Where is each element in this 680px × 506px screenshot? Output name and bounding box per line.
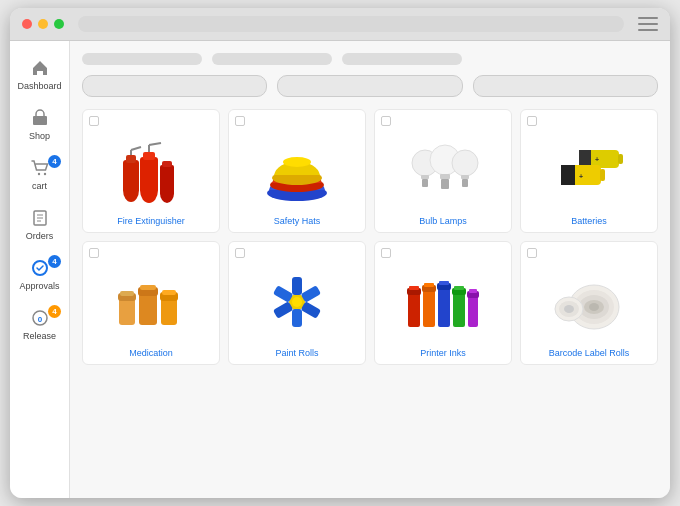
svg-line-19 <box>149 143 161 145</box>
address-bar[interactable] <box>78 16 624 32</box>
product-name-paint-rolls: Paint Rolls <box>275 348 318 358</box>
svg-rect-69 <box>439 281 449 285</box>
svg-line-14 <box>131 147 141 150</box>
search-box-2[interactable] <box>277 75 462 97</box>
sidebar: Dashboard Shop <box>10 41 70 498</box>
svg-rect-17 <box>143 152 155 160</box>
minimize-button[interactable] <box>38 19 48 29</box>
product-image-bulb-lamps <box>381 130 505 210</box>
product-card-safety-hats[interactable]: Safety Hats <box>228 109 366 233</box>
product-image-paint-rolls <box>235 262 359 342</box>
approvals-badge: 4 <box>48 255 61 268</box>
browser-window: Dashboard Shop <box>10 8 670 498</box>
svg-rect-70 <box>453 292 465 327</box>
product-name-bulb-lamps: Bulb Lamps <box>419 216 467 226</box>
maximize-button[interactable] <box>54 19 64 29</box>
product-checkbox-safety-hats[interactable] <box>235 116 245 126</box>
product-image-barcode-label-rolls <box>527 262 651 342</box>
home-icon <box>29 57 51 79</box>
svg-point-81 <box>589 303 599 311</box>
sidebar-item-shop[interactable]: Shop <box>10 101 69 147</box>
product-card-barcode-label-rolls[interactable]: Barcode Label Rolls <box>520 241 658 365</box>
svg-rect-52 <box>162 290 176 295</box>
svg-rect-12 <box>126 155 136 163</box>
cart-badge: 4 <box>48 155 61 168</box>
svg-rect-67 <box>438 287 450 327</box>
sidebar-label-dashboard: Dashboard <box>17 81 61 91</box>
svg-rect-11 <box>123 160 139 192</box>
product-card-printer-inks[interactable]: Printer Inks <box>374 241 512 365</box>
product-checkbox-barcode-label-rolls[interactable] <box>527 248 537 258</box>
svg-text:0: 0 <box>37 315 42 324</box>
product-checkbox-batteries[interactable] <box>527 116 537 126</box>
product-name-safety-hats: Safety Hats <box>274 216 321 226</box>
svg-rect-57 <box>292 309 302 327</box>
browser-titlebar <box>10 8 670 41</box>
product-image-medication <box>89 262 213 342</box>
sidebar-item-dashboard[interactable]: Dashboard <box>10 51 69 97</box>
svg-rect-44 <box>119 297 135 325</box>
orders-icon <box>29 207 51 229</box>
svg-rect-72 <box>454 286 464 290</box>
sidebar-label-release: Release <box>23 331 56 341</box>
sidebar-item-orders[interactable]: Orders <box>10 201 69 247</box>
svg-rect-49 <box>140 285 156 290</box>
sidebar-label-cart: cart <box>32 181 47 191</box>
product-image-batteries: + + <box>527 130 651 210</box>
svg-rect-64 <box>423 289 435 327</box>
svg-rect-61 <box>408 292 420 327</box>
svg-rect-0 <box>33 116 47 125</box>
svg-rect-28 <box>421 175 429 179</box>
product-name-batteries: Batteries <box>571 216 607 226</box>
svg-text:+: + <box>579 173 583 180</box>
sidebar-label-orders: Orders <box>26 231 54 241</box>
svg-rect-21 <box>160 165 174 195</box>
product-image-safety-hats <box>235 130 359 210</box>
svg-rect-37 <box>618 154 623 164</box>
product-card-paint-rolls[interactable]: Paint Rolls <box>228 241 366 365</box>
filter-area <box>82 53 658 65</box>
product-name-barcode-label-rolls: Barcode Label Rolls <box>549 348 630 358</box>
browser-body: Dashboard Shop <box>10 41 670 498</box>
svg-rect-42 <box>561 165 575 185</box>
product-checkbox-medication[interactable] <box>89 248 99 258</box>
svg-rect-46 <box>120 291 134 296</box>
svg-point-26 <box>283 157 311 167</box>
sidebar-item-cart[interactable]: 4 cart <box>10 151 69 197</box>
svg-point-60 <box>292 297 302 307</box>
sidebar-label-shop: Shop <box>29 131 50 141</box>
product-name-medication: Medication <box>129 348 173 358</box>
close-button[interactable] <box>22 19 32 29</box>
product-card-bulb-lamps[interactable]: Bulb Lamps <box>374 109 512 233</box>
product-card-fire-extinguisher[interactable]: Fire Extinguisher <box>82 109 220 233</box>
svg-rect-75 <box>469 289 477 293</box>
product-name-fire-extinguisher: Fire Extinguisher <box>117 216 185 226</box>
svg-point-2 <box>43 173 45 175</box>
filter-bar-1 <box>82 53 202 65</box>
sidebar-label-approvals: Approvals <box>19 281 59 291</box>
svg-rect-54 <box>292 277 302 295</box>
menu-icon[interactable] <box>638 17 658 31</box>
filter-bar-3 <box>342 53 462 65</box>
search-box-3[interactable] <box>473 75 658 97</box>
product-checkbox-fire-extinguisher[interactable] <box>89 116 99 126</box>
product-checkbox-bulb-lamps[interactable] <box>381 116 391 126</box>
filter-bar-2 <box>212 53 332 65</box>
svg-rect-66 <box>424 283 434 287</box>
product-card-medication[interactable]: Medication <box>82 241 220 365</box>
sidebar-item-approvals[interactable]: 4 Approvals <box>10 251 69 297</box>
product-checkbox-paint-rolls[interactable] <box>235 248 245 258</box>
product-name-printer-inks: Printer Inks <box>420 348 466 358</box>
svg-rect-32 <box>441 179 449 189</box>
svg-rect-63 <box>409 286 419 290</box>
search-box-1[interactable] <box>82 75 267 97</box>
search-area <box>82 75 658 97</box>
sidebar-item-release[interactable]: 0 4 Release <box>10 301 69 347</box>
svg-rect-50 <box>161 297 177 325</box>
svg-rect-73 <box>468 295 478 327</box>
svg-rect-35 <box>462 179 468 187</box>
product-card-batteries[interactable]: + + Batteries <box>520 109 658 233</box>
product-checkbox-printer-inks[interactable] <box>381 248 391 258</box>
product-image-fire-extinguisher <box>89 130 213 210</box>
svg-point-85 <box>564 305 574 313</box>
